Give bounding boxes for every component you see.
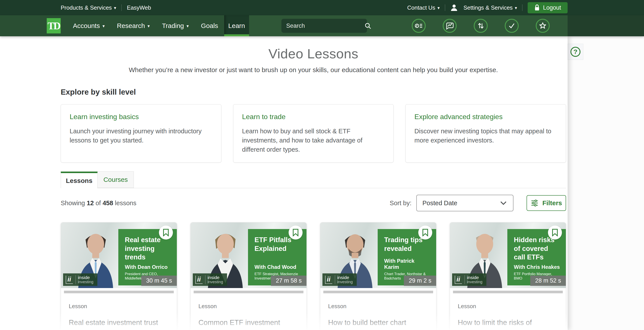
inside-investing-logo: ii insideinvesting xyxy=(63,273,97,286)
nav-search-section xyxy=(249,15,568,36)
nav-item-label: Trading xyxy=(162,22,184,30)
ii-mark: ii xyxy=(325,275,332,284)
skill-card-advanced[interactable]: Explore advanced strategies Discover new… xyxy=(406,104,566,163)
skill-card-link[interactable]: Learn to trade xyxy=(242,113,385,121)
duration-badge: 29 m 2 s xyxy=(404,275,436,286)
bookmark-button[interactable] xyxy=(418,225,432,239)
nav-item-label: Goals xyxy=(201,22,218,30)
explore-heading: Explore by skill level xyxy=(61,88,566,96)
skill-card-trade[interactable]: Learn to trade Learn how to buy and sell… xyxy=(233,104,394,163)
star-icon[interactable] xyxy=(536,19,550,33)
ii-mark: ii xyxy=(196,275,202,284)
results-row: Showing 12 of 458 lessons Sort by: Poste… xyxy=(61,195,566,211)
lesson-card[interactable]: Real estate investing trends With Dean O… xyxy=(61,222,177,330)
sort-select[interactable]: Posted Date xyxy=(416,195,514,211)
nav-item-label: Accounts xyxy=(73,22,100,30)
chevron-down-icon: ▾ xyxy=(187,24,189,28)
transfer-arrows-icon[interactable] xyxy=(474,19,488,33)
help-button[interactable]: ? xyxy=(568,44,583,60)
chevron-down-icon: ▾ xyxy=(438,6,440,10)
duration-badge: 30 m 45 s xyxy=(141,275,177,286)
bookmark-icon xyxy=(422,229,428,236)
sort-by-label: Sort by: xyxy=(390,200,412,207)
skill-card-link[interactable]: Learn investing basics xyxy=(70,113,212,121)
lesson-card[interactable]: ETF Pitfalls Explained With Chad Wood ET… xyxy=(190,222,307,330)
lesson-cards: Real estate investing trends With Dean O… xyxy=(61,222,566,330)
checkmark-icon[interactable] xyxy=(505,19,519,33)
divider xyxy=(522,4,522,11)
bookmark-button[interactable] xyxy=(159,225,173,239)
search-icon[interactable] xyxy=(364,22,372,30)
progress-bar xyxy=(64,291,174,293)
lesson-thumbnail[interactable]: ETF Pitfalls Explained With Chad Wood ET… xyxy=(190,222,306,288)
lesson-title[interactable]: Real estate investment trust (REIT) tren… xyxy=(69,317,169,330)
chevron-down-icon: ▾ xyxy=(148,24,150,28)
skill-card-desc: Launch your investing journey with intro… xyxy=(70,127,212,145)
chevron-down-icon: ▾ xyxy=(102,24,104,28)
progress-bar xyxy=(194,291,304,293)
tab-courses[interactable]: Courses xyxy=(98,171,134,188)
lesson-thumbnail[interactable]: Real estate investing trends With Dean O… xyxy=(61,222,177,288)
tab-lessons[interactable]: Lessons xyxy=(61,172,98,188)
nav-item-trading[interactable]: Trading ▾ xyxy=(156,15,195,36)
nav-item-goals[interactable]: Goals xyxy=(195,15,224,36)
filters-button[interactable]: Filters xyxy=(526,195,566,211)
bookmark-button[interactable] xyxy=(548,225,562,239)
products-services-label: Products & Services xyxy=(61,4,112,11)
tabs: Lessons Courses xyxy=(61,171,566,188)
skill-card-basics[interactable]: Learn investing basics Launch your inves… xyxy=(61,104,221,163)
lesson-thumbnail[interactable]: Hidden risks of covered call ETFs With C… xyxy=(450,222,566,288)
thumbnail-title: Hidden risks of covered call ETFs xyxy=(514,236,560,262)
thumbnail-speaker: With Chris Heakes xyxy=(514,264,560,270)
bookmark-icon xyxy=(552,229,558,236)
skill-card-link[interactable]: Explore advanced strategies xyxy=(414,113,557,121)
td-logo[interactable]: TD xyxy=(47,18,61,34)
logout-label: Logout xyxy=(543,4,561,11)
settings-services-menu[interactable]: Settings & Services ▾ xyxy=(464,4,517,11)
thumbnail-speaker: With Patrick Karim xyxy=(384,258,430,270)
user-icon[interactable] xyxy=(450,4,458,11)
contact-us-label: Contact Us xyxy=(407,4,435,11)
lesson-thumbnail[interactable]: Trading tips revealed With Patrick Karim… xyxy=(320,222,436,288)
sliders-icon xyxy=(530,199,539,207)
lesson-title[interactable]: Common ETF investment mistakes that can … xyxy=(198,317,299,330)
nav-item-accounts[interactable]: Accounts ▾ xyxy=(67,15,111,36)
skill-card-desc: Discover new investing topics that may a… xyxy=(414,127,557,145)
inside-investing-logo: ii insideinvesting xyxy=(193,273,227,286)
sort-value: Posted Date xyxy=(422,200,457,207)
activity-log-icon[interactable] xyxy=(412,19,426,33)
page-subtitle: Whether you’re a new investor or just wa… xyxy=(61,66,566,74)
progress-bar xyxy=(453,291,563,293)
logout-button[interactable]: Logout xyxy=(528,2,568,13)
chat-insights-icon[interactable] xyxy=(443,19,457,33)
bookmark-button[interactable] xyxy=(288,225,302,239)
nav-tab-learn-active[interactable]: Learn xyxy=(224,15,249,36)
contact-us-menu[interactable]: Contact Us ▾ xyxy=(407,4,440,11)
nav-item-research[interactable]: Research ▾ xyxy=(111,15,156,36)
page: Products & Services ▾ EasyWeb Contact Us… xyxy=(0,0,644,330)
settings-services-label: Settings & Services xyxy=(464,4,512,11)
lesson-card[interactable]: Hidden risks of covered call ETFs With C… xyxy=(450,222,566,330)
utility-bar: Products & Services ▾ EasyWeb Contact Us… xyxy=(0,0,644,15)
lesson-title[interactable]: How to limit the risks of covered call E… xyxy=(458,317,558,330)
ii-mark: ii xyxy=(455,275,462,284)
right-rail: ? xyxy=(568,36,644,330)
duration-badge: 27 m 58 s xyxy=(271,275,306,286)
nav-item-label: Research xyxy=(117,22,145,30)
main-content: Video Lessons Whether you’re a new inves… xyxy=(0,36,568,330)
total-count: 458 xyxy=(102,200,113,206)
shown-count: 12 xyxy=(87,200,94,206)
search-box[interactable] xyxy=(282,19,367,33)
lesson-type-label: Lesson xyxy=(328,303,428,310)
products-services-menu[interactable]: Products & Services ▾ xyxy=(61,4,116,11)
inside-investing-logo: ii insideinvesting xyxy=(322,273,357,286)
bookmark-icon xyxy=(292,229,299,236)
filters-label: Filters xyxy=(542,199,562,207)
chevron-down-icon: ▾ xyxy=(114,6,116,10)
easyweb-link[interactable]: EasyWeb xyxy=(127,4,151,11)
lesson-card[interactable]: Trading tips revealed With Patrick Karim… xyxy=(320,222,436,330)
lesson-title[interactable]: How to build better chart setups for tra… xyxy=(328,317,428,330)
chevron-down-icon: ▾ xyxy=(515,6,517,10)
duration-badge: 28 m 52 s xyxy=(530,275,566,286)
search-input[interactable] xyxy=(286,23,364,29)
